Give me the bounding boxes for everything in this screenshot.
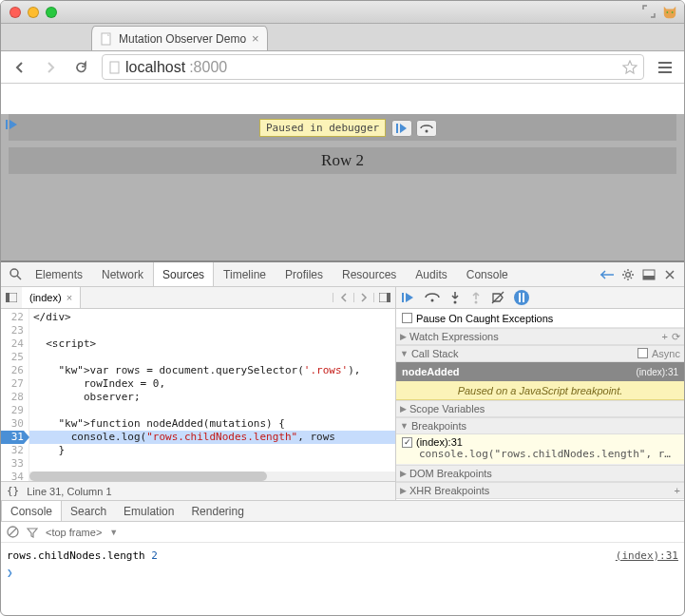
- reload-button[interactable]: [67, 55, 94, 80]
- add-xhr-bp-icon[interactable]: +: [675, 485, 680, 496]
- navigator-toggle-icon[interactable]: [1, 293, 22, 302]
- refresh-watch-icon[interactable]: ⟳: [672, 331, 680, 343]
- section-breakpoints[interactable]: ▼ Breakpoints: [396, 417, 684, 434]
- svg-rect-4: [6, 120, 8, 129]
- panel-tab-profiles[interactable]: Profiles: [276, 262, 333, 286]
- editor-status-bar: {} Line 31, Column 1: [1, 481, 395, 500]
- debugger-toolbar: [396, 287, 684, 309]
- overlay-step-button[interactable]: [416, 120, 437, 137]
- breakpoint-checkbox[interactable]: ✓: [402, 437, 412, 448]
- settings-gear-icon[interactable]: [620, 267, 636, 282]
- browser-tab-title: Mutation Observer Demo: [119, 32, 246, 46]
- frame-name: nodeAdded: [402, 366, 460, 377]
- panel-tab-resources[interactable]: Resources: [333, 262, 406, 286]
- minimize-window-button[interactable]: [28, 7, 39, 18]
- disclosure-triangle-icon: ▶: [400, 486, 407, 495]
- format-braces-icon[interactable]: {}: [7, 485, 19, 497]
- show-drawer-icon[interactable]: [599, 267, 615, 282]
- breakpoint-code: console.log("rows.childNodes.length", r…: [402, 448, 678, 460]
- forward-button[interactable]: [37, 55, 64, 80]
- drawer-tab-emulation[interactable]: Emulation: [115, 501, 182, 521]
- url-port: :8000: [189, 59, 227, 76]
- step-over-icon[interactable]: [425, 292, 440, 303]
- drawer-tab-console[interactable]: Console: [1, 501, 62, 521]
- panel-tab-network[interactable]: Network: [92, 262, 153, 286]
- panel-tab-audits[interactable]: Audits: [406, 262, 456, 286]
- breakpoint-item[interactable]: ✓ (index):31 console.log("rows.childNode…: [396, 434, 684, 465]
- add-watch-icon[interactable]: +: [662, 331, 668, 343]
- breakpoint-label: (index):31: [416, 436, 463, 448]
- url-host: localhost: [125, 59, 185, 76]
- extension-cat-icon[interactable]: [661, 5, 678, 20]
- code-body[interactable]: </div> <script> "kw">var rows = document…: [29, 309, 395, 481]
- traffic-lights: [10, 7, 57, 18]
- close-file-icon[interactable]: ×: [67, 292, 72, 303]
- overlay-resume-button[interactable]: [391, 120, 412, 137]
- panel-tab-timeline[interactable]: Timeline: [214, 262, 276, 286]
- drawer-tab-search[interactable]: Search: [62, 501, 115, 521]
- console-output[interactable]: rows.childNodes.length 2 (index):31 ❯: [1, 543, 684, 585]
- browser-tabstrip: Mutation Observer Demo ×: [1, 24, 684, 51]
- section-scope[interactable]: ▶ Scope Variables: [396, 400, 684, 417]
- close-window-button[interactable]: [10, 7, 21, 18]
- resume-overlay-icon[interactable]: [5, 118, 18, 131]
- sidebar-toggle-icon[interactable]: [374, 293, 395, 302]
- callstack-frame[interactable]: nodeAdded (index):31: [396, 362, 684, 381]
- pause-caught-row[interactable]: Pause On Caught Exceptions: [396, 309, 684, 328]
- fullscreen-icon[interactable]: [642, 5, 656, 20]
- console-toolbar: <top frame> ▼: [1, 522, 684, 543]
- line-number-gutter[interactable]: 22232425262728293031323334353637: [1, 309, 29, 481]
- log-value: 2: [151, 549, 158, 562]
- resume-icon[interactable]: [402, 292, 415, 303]
- search-icon[interactable]: [8, 267, 23, 282]
- svg-rect-12: [6, 293, 10, 302]
- step-into-icon[interactable]: [449, 291, 461, 304]
- paused-reason: Paused on a JavaScript breakpoint.: [396, 381, 684, 400]
- log-source-link[interactable]: (index):31: [616, 549, 678, 562]
- panel-tab-elements[interactable]: Elements: [26, 262, 92, 286]
- code-editor[interactable]: 22232425262728293031323334353637 </div> …: [1, 309, 395, 481]
- panel-tab-sources[interactable]: Sources: [153, 262, 214, 286]
- source-file-name: (index): [29, 292, 62, 303]
- pause-exceptions-icon[interactable]: [514, 290, 529, 305]
- filter-icon[interactable]: [27, 527, 38, 538]
- section-callstack[interactable]: ▼ Call Stack Async: [396, 345, 684, 362]
- svg-rect-15: [402, 293, 404, 302]
- menu-button[interactable]: [652, 55, 678, 80]
- disclosure-triangle-icon: ▶: [400, 404, 407, 414]
- source-file-tab[interactable]: (index) ×: [22, 287, 81, 308]
- section-dom-bp[interactable]: ▶ DOM Breakpoints: [396, 465, 684, 482]
- console-prompt-icon: ❯: [7, 567, 13, 579]
- back-button[interactable]: [7, 55, 33, 80]
- zoom-window-button[interactable]: [46, 7, 57, 18]
- disclosure-triangle-icon: ▼: [400, 421, 409, 431]
- horizontal-scrollbar[interactable]: [29, 472, 395, 481]
- address-bar[interactable]: localhost:8000: [102, 54, 644, 80]
- drawer-tab-rendering[interactable]: Rendering: [182, 501, 252, 521]
- panel-tab-console[interactable]: Console: [457, 262, 518, 286]
- clear-console-icon[interactable]: [7, 526, 19, 538]
- section-watch[interactable]: ▶ Watch Expressions +⟳: [396, 328, 684, 345]
- svg-rect-5: [396, 124, 398, 133]
- history-back-icon[interactable]: [333, 293, 353, 302]
- svg-rect-3: [110, 62, 119, 73]
- page-row: Row 2: [9, 147, 676, 174]
- paused-message: Paused in debugger: [259, 119, 386, 137]
- deactivate-bp-icon[interactable]: [491, 291, 504, 304]
- browser-tab[interactable]: Mutation Observer Demo ×: [91, 26, 268, 50]
- section-xhr-bp[interactable]: ▶ XHR Breakpoints +: [396, 482, 684, 499]
- step-out-icon[interactable]: [470, 291, 482, 304]
- pause-caught-checkbox[interactable]: [402, 313, 412, 323]
- cursor-position: Line 31, Column 1: [27, 486, 111, 497]
- svg-point-16: [431, 299, 434, 302]
- bookmark-star-icon[interactable]: [622, 60, 637, 75]
- console-log-line: rows.childNodes.length 2 (index):31: [7, 547, 678, 564]
- frame-selector[interactable]: <top frame>: [46, 527, 102, 538]
- async-checkbox[interactable]: [637, 348, 648, 358]
- sources-pane: (index) × 222324252627282930313233343536…: [1, 287, 684, 501]
- history-fwd-icon[interactable]: [353, 293, 374, 302]
- close-tab-icon[interactable]: ×: [252, 31, 259, 46]
- dropdown-chevron-icon[interactable]: ▼: [109, 528, 118, 537]
- close-devtools-icon[interactable]: [662, 267, 677, 282]
- dock-icon[interactable]: [641, 267, 656, 282]
